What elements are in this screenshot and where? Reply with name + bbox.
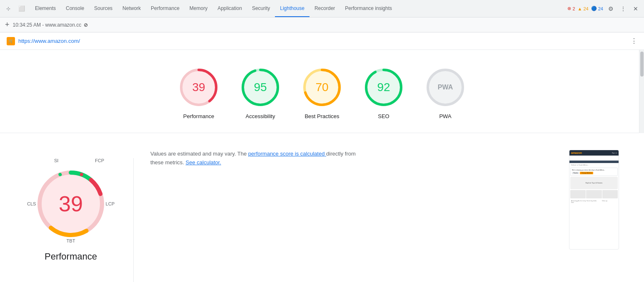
inspect-icon[interactable]: ⊹ [3,4,13,14]
devtools-topbar: ⊹ ⬜ Elements Console Sources Network Per… [0,0,644,17]
settings-icon[interactable]: ⚙ [606,4,616,14]
devtools-icons: ⊹ ⬜ [3,4,27,14]
more-icon[interactable]: ⋮ [631,37,637,45]
error-icon: ⊗ [567,6,571,11]
score-pwa[interactable]: PWA PWA [424,67,466,120]
amazon-signin: Sign in [612,152,617,154]
score-circle-accessibility: 95 [240,67,281,108]
amazon-buttons: Thanks Change Address [572,172,616,174]
more-options-icon[interactable]: ⋮ [618,4,628,14]
amazon-location: Deliver to South Africa... [569,163,619,167]
tab-security[interactable]: Security [247,0,275,17]
score-label-seo: SEO [378,113,389,120]
score-value-seo: 92 [377,81,390,94]
gauge-label-fcp: FCP [95,158,104,163]
info-badge[interactable]: 🔵 24 [591,6,603,11]
score-label-pwa: PWA [439,113,451,120]
stop-icon[interactable]: ⊘ [84,22,88,28]
score-circle-performance: 39 [178,67,220,108]
amazon-banner: Explore Toys & Games [570,177,618,189]
caption-1: Amazing gifts for every Dad [571,200,586,203]
gauge-label-si: SI [54,158,58,163]
tab-console[interactable]: Console [61,0,89,17]
gauge-number-wrapper: 39 [33,166,108,241]
tab-performance[interactable]: Performance [146,0,185,17]
error-badge[interactable]: ⊗ 2 [567,6,575,11]
score-circle-pwa: PWA [424,67,466,108]
error-count: 2 [572,6,575,11]
main-content: 39 Performance 95 Accessibility [0,50,644,282]
perf-info: Values are estimated and may vary. The p… [150,150,367,282]
score-value-pwa: PWA [438,84,453,91]
url-field: 10:34:25 AM - www.amazon.cc ⊘ [13,22,88,28]
page-url: https://www.amazon.com/ [18,38,80,44]
info-icon: 🔵 [591,6,597,11]
score-label-performance: Performance [183,113,214,120]
dismiss-button[interactable]: Thanks [572,172,579,174]
product-thumb-3 [602,190,618,198]
perf-note: Values are estimated and may vary. The p… [150,150,367,167]
popup-text: We're showing you items that ship to Sou… [572,169,616,171]
gauge-title-text: Performance [45,251,97,262]
perf-screenshot: amazon Sign in Deliver to South Africa..… [569,150,619,282]
topbar-right: ⊗ 2 ▲ 24 🔵 24 ⚙ ⋮ ✕ [567,4,641,14]
screenshot-preview: amazon Sign in Deliver to South Africa..… [569,150,619,250]
score-value-performance: 39 [192,81,205,94]
warning-icon: ▲ [578,6,582,11]
url-time: 10:34:25 AM - www.amazon.cc [13,22,82,28]
caption-2: Score big deals [587,200,602,203]
warning-badge[interactable]: ▲ 24 [578,6,589,11]
perf-calculator-link[interactable]: See calculator. [186,159,221,166]
score-value-accessibility: 95 [254,81,267,94]
caption-3: Glow up [602,200,617,203]
score-value-best-practices: 70 [315,81,328,94]
amazon-logo: amazon [571,151,582,154]
tab-application[interactable]: Application [212,0,247,17]
score-accessibility[interactable]: 95 Accessibility [240,67,281,120]
amazon-search-bar [569,156,619,160]
scores-section: 39 Performance 95 Accessibility [0,50,644,133]
score-circle-best-practices: 70 [301,67,343,108]
new-tab-icon[interactable]: + [5,20,10,29]
url-bar: + 10:34:25 AM - www.amazon.cc ⊘ [0,17,644,32]
score-circle-seo: 92 [363,67,404,108]
amazon-product-grid [570,190,618,198]
info-count: 24 [598,6,603,11]
perf-detail: SI FCP LCP TBT CLS [0,133,644,282]
perf-gauge-wrapper: SI FCP LCP TBT CLS [25,150,117,282]
change-address-button[interactable]: Change Address [580,172,593,174]
tab-list: Elements Console Sources Network Perform… [30,0,564,17]
warning-count: 24 [584,6,589,11]
banner-text: Explore Toys & Games [586,182,603,184]
tab-recorder[interactable]: Recorder [310,0,340,17]
vertical-divider [133,158,134,282]
product-thumb-2 [586,190,602,198]
scrollbar-thumb[interactable] [640,52,644,77]
tab-elements[interactable]: Elements [30,0,61,17]
amazon-screenshot-mock: amazon Sign in Deliver to South Africa..… [569,150,619,204]
lighthouse-url-bar: 🛒 https://www.amazon.com/ ⋮ [0,32,644,50]
score-seo[interactable]: 92 SEO [363,67,404,120]
score-label-best-practices: Best Practices [305,113,339,120]
perf-note-text: Values are estimated and may vary. The [150,151,247,157]
tab-perf-insights[interactable]: Performance insights [340,0,397,17]
gauge-container: SI FCP LCP TBT CLS [25,150,117,266]
score-performance[interactable]: 39 Performance [178,67,220,120]
tab-lighthouse[interactable]: Lighthouse [275,0,310,17]
score-label-accessibility: Accessibility [246,113,275,120]
gauge-title: Performance [25,251,117,262]
perf-score-link[interactable]: performance score is calculated [248,151,326,157]
device-toolbar-icon[interactable]: ⬜ [17,4,27,14]
scrollbar[interactable] [639,50,644,133]
score-best-practices[interactable]: 70 Best Practices [301,67,343,120]
tab-sources[interactable]: Sources [89,0,117,17]
product-thumb-1 [570,190,586,198]
tab-network[interactable]: Network [117,0,146,17]
tab-memory[interactable]: Memory [185,0,212,17]
amazon-caption-row: Amazing gifts for every Dad Score big de… [569,199,619,204]
close-devtools-icon[interactable]: ✕ [631,4,641,14]
gauge-score: 39 [59,191,83,216]
amazon-favicon: 🛒 [7,37,15,45]
amazon-location-popup: We're showing you items that ship to Sou… [570,168,618,176]
amazon-header: amazon Sign in [569,150,619,156]
